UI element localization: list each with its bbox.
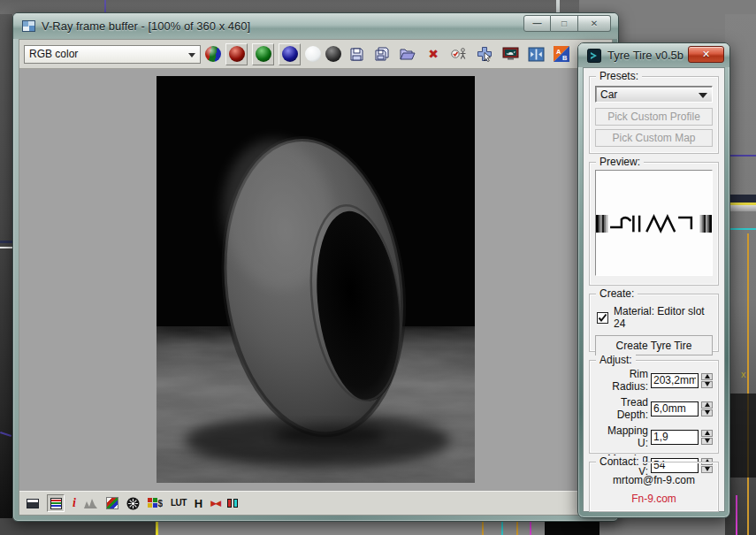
adjust-group: Adjust: Rim Radius: Tread Depth: Mapping	[589, 360, 719, 454]
lut-button[interactable]: LUT	[171, 499, 187, 508]
pixel-info-button[interactable]: $	[148, 497, 163, 509]
tyre-tire-window: Tyre Tire v0.5b ✕ Presets: Car Pick Cust…	[577, 42, 730, 518]
floppy-icon	[349, 47, 364, 62]
preset-dropdown-value: Car	[600, 88, 617, 101]
ab-diagonal-icon: A B	[554, 46, 569, 62]
create-group: Create: Material: Editor slot 24 Create …	[589, 294, 719, 352]
material-checkbox[interactable]	[597, 312, 608, 324]
clear-image-button[interactable]: ✖	[423, 42, 444, 65]
vray-titlebar[interactable]: V-Ray frame buffer - [100% of 360 x 460]…	[13, 13, 618, 39]
rendered-tire-image[interactable]	[157, 76, 475, 483]
viewport-line	[501, 520, 503, 535]
floppies-icon	[374, 47, 391, 62]
rgb-channels-button[interactable]	[205, 46, 221, 62]
compare-buffers-button[interactable]: ▶◀	[210, 500, 219, 508]
spinner-down-button[interactable]	[701, 409, 713, 417]
vray-window-icon	[22, 20, 35, 32]
presets-group: Presets: Car Pick Custom Profile Pick Cu…	[589, 76, 719, 154]
rim-radius-label: Rim Radius:	[595, 368, 648, 393]
folder-open-icon	[400, 47, 416, 61]
preset-dropdown[interactable]: Car	[595, 86, 713, 103]
teapot-monitor-icon	[502, 47, 519, 61]
save-all-button[interactable]	[371, 42, 393, 65]
max-script-icon	[587, 49, 601, 63]
svg-text:A: A	[556, 48, 561, 56]
chevron-down-icon	[699, 93, 707, 98]
maximize-button[interactable]: □	[551, 15, 578, 32]
pick-custom-profile-button[interactable]: Pick Custom Profile	[595, 108, 713, 126]
contact-website-link[interactable]: Fn-9.com	[595, 493, 713, 505]
render-area	[19, 69, 612, 491]
image-info-button[interactable]: i	[73, 497, 76, 509]
rim-radius-input[interactable]	[651, 373, 699, 388]
channel-dropdown[interactable]: RGB color	[24, 45, 201, 64]
chevron-down-icon	[188, 53, 195, 57]
vray-bottom-toolbar: i $ LUT H ▶◀	[19, 491, 612, 515]
render-last-button[interactable]	[500, 42, 521, 65]
show-channels-button[interactable]	[47, 494, 65, 512]
minimize-button[interactable]: —	[523, 15, 551, 32]
blue-channel-button[interactable]	[279, 43, 301, 65]
red-sphere-icon	[229, 46, 245, 62]
viewport-line	[0, 247, 12, 248]
save-image-button[interactable]	[346, 42, 367, 65]
adjust-group-label: Adjust:	[596, 354, 636, 366]
channel-dropdown-value: RGB color	[29, 48, 78, 60]
viewport-axis-label: x	[741, 369, 746, 379]
close-button[interactable]: ✕	[688, 46, 724, 63]
spinner-down-button[interactable]	[701, 438, 713, 445]
track-mouse-button[interactable]	[448, 42, 470, 65]
contact-group-label: Contact:	[596, 455, 643, 468]
create-tyre-button[interactable]: Create Tyre Tire	[595, 335, 713, 355]
red-channel-button[interactable]	[225, 43, 248, 65]
spinner-up-button[interactable]	[701, 430, 713, 437]
rgb-lines-icon	[50, 498, 62, 509]
spinner-down-button[interactable]	[701, 381, 713, 388]
vray-window-title: V-Ray frame buffer - [100% of 360 x 460]	[42, 19, 250, 33]
vray-top-toolbar: RGB color	[19, 40, 612, 69]
create-group-label: Create:	[596, 287, 638, 300]
viewport-band	[545, 520, 599, 535]
pick-custom-map-button[interactable]: Pick Custom Map	[595, 129, 713, 147]
alpha-channel-button[interactable]	[305, 46, 321, 62]
tracking-icon	[451, 47, 468, 61]
blue-sphere-icon	[282, 46, 298, 62]
green-channel-button[interactable]	[252, 43, 274, 65]
stereo-button[interactable]	[227, 499, 238, 508]
histogram-button[interactable]	[84, 498, 98, 508]
monochrome-button[interactable]	[325, 46, 341, 62]
stereo-red-icon	[227, 499, 232, 508]
checkmark-icon	[598, 313, 607, 323]
half-res-button[interactable]: H	[195, 498, 202, 509]
stereo-cyan-icon	[233, 499, 238, 508]
tread-depth-row: Tread Depth:	[595, 396, 713, 421]
region-render-button[interactable]	[474, 42, 495, 65]
tyre-window-title: Tyre Tire v0.5b	[607, 49, 683, 62]
compare-horizontal-button[interactable]	[525, 42, 546, 65]
vray-frame-buffer-window: V-Ray frame buffer - [100% of 360 x 460]…	[12, 12, 619, 522]
open-image-button[interactable]	[397, 42, 418, 65]
ab-compare-diagonal-button[interactable]: A B	[551, 42, 572, 65]
spinner-up-button[interactable]	[701, 373, 713, 380]
rim-radius-row: Rim Radius:	[595, 368, 713, 393]
preview-group-label: Preview:	[596, 156, 644, 168]
mapping-u-input[interactable]	[651, 430, 699, 445]
material-checkbox-label: Material: Editor slot 24	[614, 305, 713, 330]
viewport-line	[736, 495, 737, 535]
svg-text:B: B	[562, 54, 568, 62]
viewport-line	[747, 233, 749, 535]
rim-radius-spinner	[701, 373, 713, 388]
tyre-titlebar[interactable]: Tyre Tire v0.5b ✕	[578, 43, 729, 67]
presets-group-label: Presets:	[596, 70, 642, 82]
exposure-button[interactable]	[126, 497, 140, 510]
green-sphere-icon	[256, 46, 271, 62]
viewport-line	[516, 520, 518, 535]
color-corrections-button[interactable]	[106, 497, 118, 509]
tread-preview-image	[595, 170, 713, 276]
vray-window-controls: — □ ✕	[523, 15, 611, 32]
swap-buffer-button[interactable]	[27, 499, 39, 508]
vray-client-area: RGB color	[19, 39, 613, 516]
tread-depth-input[interactable]	[651, 401, 699, 417]
spinner-up-button[interactable]	[701, 401, 713, 409]
close-button[interactable]: ✕	[578, 15, 611, 32]
